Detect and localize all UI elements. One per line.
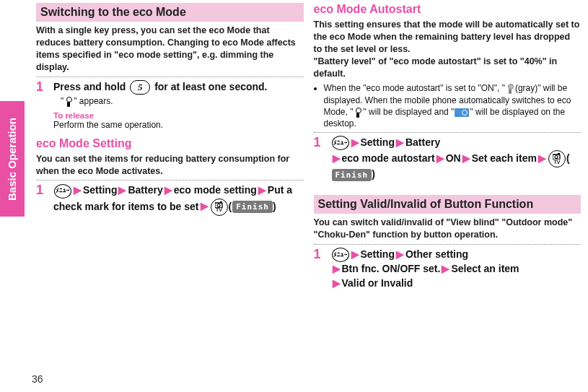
section-bar-switching-eco: Switching to the eco Mode	[36, 3, 304, 22]
eco-icon-gray	[506, 84, 514, 94]
divider	[36, 77, 304, 77]
sec3-bullet: When the "eco mode autostart" is set to …	[324, 82, 582, 129]
arrow-icon: ▶	[164, 184, 172, 196]
menu-button-icon: ﾒﾆｭｰ	[54, 184, 71, 199]
sec4-step1-content: ﾒﾆｭｰ▶Setting▶Other setting ▶Btn fnc. ON/…	[331, 248, 582, 290]
camera-tv-button-icon: TV	[548, 150, 566, 167]
section-title-eco-setting: eco Mode Setting	[36, 137, 304, 150]
sec3-intro: This setting ensures that the mode will …	[314, 19, 582, 79]
sec1-step1: 1 Press and hold 5 for at least one seco…	[36, 80, 304, 130]
sec3-step1: 1 ﾒﾆｭｰ▶Setting▶Battery ▶eco mode autosta…	[314, 136, 582, 182]
arrow-icon: ▶	[333, 263, 341, 274]
step1-text-a: Press and hold	[53, 81, 128, 92]
step-number: 1	[314, 248, 325, 290]
arrow-icon: ▶	[201, 200, 209, 212]
arrow-icon: ▶	[333, 152, 341, 164]
menu-button-icon: ﾒﾆｭｰ	[332, 136, 349, 150]
side-tab-label: Basic Operation	[6, 117, 19, 200]
step-content: Press and hold 5 for at least one second…	[53, 80, 304, 130]
arrow-icon: ▶	[118, 184, 126, 196]
eco-desktop-icon	[455, 108, 469, 117]
finish-chip: Finish	[232, 201, 273, 213]
arrow-icon: ▶	[74, 184, 82, 196]
camera-tv-button-icon: TV	[211, 199, 228, 216]
side-tab: Basic Operation	[0, 101, 25, 217]
to-release-label: To release	[53, 111, 304, 120]
key-5-icon: 5	[130, 80, 150, 95]
arrow-icon: ▶	[258, 184, 266, 196]
step-number: 1	[36, 183, 48, 215]
to-release-body: Perform the same operation.	[53, 120, 304, 130]
sec4-intro: You can switch valid/invalid of "View bl…	[314, 217, 582, 241]
page-number: 36	[32, 373, 43, 385]
finish-chip: Finish	[332, 169, 372, 181]
step1-text-b: for at least one second.	[154, 81, 267, 92]
sec3-bullets: When the "eco mode autostart" is set to …	[314, 82, 582, 129]
sec4-step1: 1 ﾒﾆｭｰ▶Setting▶Other setting ▶Btn fnc. O…	[314, 248, 582, 290]
step-number: 1	[314, 136, 325, 182]
eco-icon	[354, 108, 362, 118]
sec3-step1-content: ﾒﾆｭｰ▶Setting▶Battery ▶eco mode autostart…	[331, 136, 582, 182]
step1-appears: "" appears.	[61, 96, 304, 107]
section-bar-button-function: Setting Valid/Invalid of Button Function	[314, 195, 582, 214]
menu-button-icon: ﾒﾆｭｰ	[332, 248, 349, 262]
svg-rect-1	[220, 201, 222, 204]
sec1-intro: With a single key press, you can set the…	[36, 25, 304, 74]
left-column: Switching to the eco Mode With a single …	[36, 3, 304, 363]
sec2-step1: 1 ﾒﾆｭｰ▶Setting▶Battery▶eco mode setting▶…	[36, 183, 304, 215]
arrow-icon: ▶	[538, 152, 546, 164]
arrow-icon: ▶	[351, 248, 359, 260]
content-columns: Switching to the eco Mode With a single …	[36, 3, 581, 363]
arrow-icon: ▶	[333, 277, 341, 289]
eco-icon	[64, 97, 73, 107]
arrow-icon: ▶	[436, 152, 444, 164]
divider	[314, 132, 582, 133]
right-column: eco Mode Autostart This setting ensures …	[314, 3, 582, 363]
step1-line: Press and hold 5 for at least one second…	[53, 80, 304, 95]
arrow-icon: ▶	[396, 136, 404, 148]
divider	[314, 244, 582, 245]
divider	[36, 180, 304, 180]
sec2-intro: You can set the items for reducing batte…	[36, 153, 304, 178]
step-number: 1	[36, 80, 48, 130]
arrow-icon: ▶	[351, 136, 359, 148]
sec2-step1-content: ﾒﾆｭｰ▶Setting▶Battery▶eco mode setting▶Pu…	[53, 183, 304, 215]
arrow-icon: ▶	[396, 248, 404, 260]
arrow-icon: ▶	[442, 263, 449, 274]
section-title-eco-autostart: eco Mode Autostart	[314, 3, 582, 16]
arrow-icon: ▶	[462, 152, 470, 164]
svg-rect-4	[558, 153, 560, 155]
